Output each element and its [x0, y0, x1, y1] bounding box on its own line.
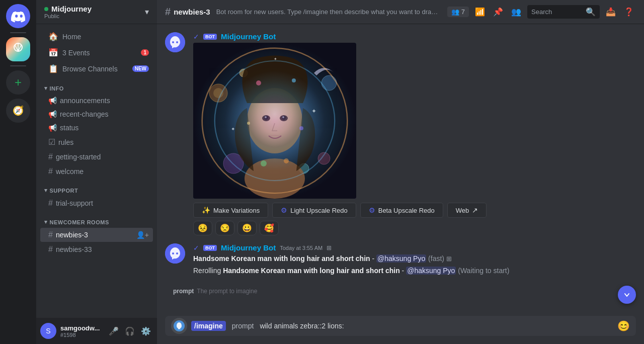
channel-rules[interactable]: ☑ rules	[40, 135, 153, 149]
hash-icon-4: #	[48, 230, 53, 239]
server-list: + 🧭	[0, 0, 36, 344]
channel-announcements[interactable]: 📢 announcements	[40, 94, 153, 107]
search-icon: 🔍	[586, 7, 596, 17]
svg-point-34	[176, 252, 178, 254]
channel-newbies-33[interactable]: # newbies-33	[40, 242, 153, 256]
add-server-button[interactable]: +	[6, 70, 30, 95]
search-input[interactable]	[531, 8, 583, 16]
channel-recent-changes[interactable]: 📢 recent-changes	[40, 108, 153, 121]
section-newcomer[interactable]: ▾ NEWCOMER ROOMS	[36, 211, 157, 227]
section-info[interactable]: ▾ INFO	[36, 77, 157, 94]
members-count: 👥 7	[447, 7, 469, 17]
events-badge: 1	[141, 49, 149, 56]
input-bar: /imagine prompt 😊	[157, 316, 644, 344]
server-icon-midjourney[interactable]	[6, 37, 30, 61]
hash-icon: #	[48, 152, 53, 161]
channel-label: trial-support	[56, 199, 93, 207]
channel-getting-started[interactable]: # getting-started	[40, 150, 153, 164]
browse-new-badge: NEW	[132, 65, 149, 72]
message-input[interactable]	[260, 316, 613, 336]
ai-generated-image[interactable]: ✦ ✦ ✦	[193, 43, 356, 199]
nav-home[interactable]: 🏠 Home	[40, 29, 153, 44]
members-number: 7	[461, 8, 465, 16]
inbox-button[interactable]: 📥	[604, 5, 618, 19]
channel-status[interactable]: 📢 status	[40, 121, 153, 134]
members-icon: 👥	[451, 8, 459, 16]
member-list-button[interactable]: 👥	[509, 5, 523, 19]
settings-button[interactable]: ⚙️	[139, 324, 153, 338]
section-collapse-icon-2: ▾	[44, 187, 48, 194]
mute-button[interactable]: 🎤	[107, 324, 121, 338]
message-text-first: Handsome Korean man with long hair and s…	[193, 254, 636, 264]
home-icon: 🏠	[48, 32, 58, 41]
channel-title: # newbies-3	[165, 6, 210, 18]
prompt-prefix: prompt	[232, 322, 254, 330]
message-author-1: Midjourney Bot	[221, 32, 276, 41]
events-label: 3 Events	[62, 49, 90, 57]
bot-badge-1: BOT	[203, 34, 217, 40]
make-variations-button[interactable]: ✨ Make Variations	[193, 203, 268, 218]
web-label: Web	[456, 207, 469, 214]
browse-label: Browse Channels	[62, 65, 118, 73]
input-avatar	[171, 318, 187, 334]
message-group-2: ✓ BOT Midjourney Bot Today at 3:55 AM ⊞ …	[165, 243, 636, 276]
decorative-ring-2	[214, 60, 335, 181]
hash-icon-5: #	[48, 245, 53, 254]
reaction-1[interactable]: 😣	[193, 221, 212, 235]
main-wrapper: # newbies-3 Bot room for new users. Type…	[157, 0, 644, 344]
svg-point-2	[172, 41, 174, 43]
reaction-row: 😣 😒 😀 🥰	[193, 221, 636, 235]
beta-upscale-icon: ⚙	[369, 206, 375, 214]
message-author-2: Midjourney Bot	[221, 243, 276, 252]
reaction-2[interactable]: 😒	[215, 221, 234, 235]
signal-button[interactable]: 📶	[473, 5, 487, 19]
server-menu-chevron[interactable]: ▾	[145, 7, 149, 17]
reaction-3[interactable]: 😀	[237, 221, 257, 235]
light-upscale-icon: ⚙	[281, 206, 287, 214]
bot-avatar-2	[165, 243, 185, 264]
reaction-emoji-3: 😀	[242, 223, 252, 233]
deafen-button[interactable]: 🎧	[123, 324, 137, 338]
emoji-button[interactable]: 😊	[617, 320, 630, 332]
pin-button[interactable]: 📌	[491, 5, 505, 19]
explore-servers-button[interactable]: 🧭	[6, 99, 30, 123]
user-controls: 🎤 🎧 ⚙️	[107, 324, 153, 338]
home-label: Home	[62, 33, 81, 41]
section-support-label: SUPPORT	[50, 188, 78, 194]
nav-events[interactable]: 📅 3 Events 1	[40, 45, 153, 60]
prompt-section: prompt The prompt to imagine	[165, 284, 636, 300]
message-header-1: ✓ BOT Midjourney Bot	[193, 32, 636, 41]
channel-trial-support[interactable]: # trial-support	[40, 196, 153, 210]
channel-list: 🏠 Home 📅 3 Events 1 📋 Browse Channels NE…	[36, 24, 157, 318]
message-header-2: ✓ BOT Midjourney Bot Today at 3:55 AM ⊞	[193, 243, 636, 252]
server-divider	[10, 32, 26, 33]
search-bar[interactable]: 🔍	[527, 5, 600, 19]
section-support[interactable]: ▾ SUPPORT	[36, 179, 157, 196]
help-button[interactable]: ❓	[622, 5, 636, 19]
reaction-4[interactable]: 🥰	[260, 221, 279, 235]
server-header[interactable]: Midjourney Public ▾	[36, 0, 157, 24]
prompt-label-text: prompt	[173, 288, 194, 295]
reaction-emoji-1: 😣	[198, 223, 208, 233]
scroll-to-bottom-button[interactable]	[618, 286, 636, 304]
message-content-2: ✓ BOT Midjourney Bot Today at 3:55 AM ⊞ …	[193, 243, 636, 276]
channel-description: Bot room for new users. Type /imagine th…	[216, 8, 441, 16]
message-group-1: ✓ BOT Midjourney Bot	[165, 32, 636, 235]
discord-home-icon[interactable]	[6, 4, 30, 28]
web-button[interactable]: Web ↗	[447, 203, 487, 218]
nav-browse-channels[interactable]: 📋 Browse Channels NEW	[40, 61, 153, 76]
channel-label: welcome	[56, 167, 84, 176]
messages-area[interactable]: ✓ BOT Midjourney Bot	[157, 24, 644, 316]
channel-welcome[interactable]: # welcome	[40, 164, 153, 179]
channel-newbies-3[interactable]: # newbies-3 👤+	[40, 228, 153, 242]
channel-label: rules	[58, 138, 73, 146]
beta-upscale-redo-button[interactable]: ⚙ Beta Upscale Redo	[360, 203, 443, 218]
context-menu-icon: ⊞	[327, 244, 332, 251]
light-upscale-redo-button[interactable]: ⚙ Light Upscale Redo	[272, 203, 356, 218]
message-content-1: ✓ BOT Midjourney Bot	[193, 32, 636, 235]
hash-icon-2: #	[48, 167, 53, 176]
add-member-button[interactable]: 👤+	[136, 231, 149, 239]
user-info: samgoodw... #1598	[60, 324, 103, 338]
prompt-label-row: prompt The prompt to imagine	[173, 288, 628, 295]
section-collapse-icon-3: ▾	[44, 219, 48, 225]
